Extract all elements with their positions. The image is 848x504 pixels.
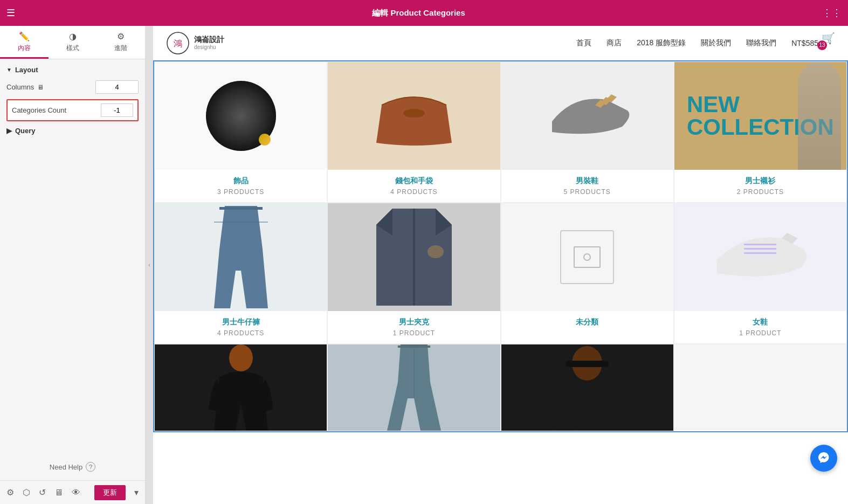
category-info-6: 未分類 (501, 311, 673, 336)
category-item-6[interactable]: 未分類 (501, 203, 674, 344)
category-image-2 (501, 62, 673, 170)
shoe-svg (541, 84, 633, 148)
pencil-icon: ✏️ (19, 31, 30, 42)
category-item-5[interactable]: 男士夾克 1 PRODUCT (327, 203, 500, 344)
category-info-7: 女鞋 1 PRODUCT (674, 311, 846, 343)
cart-amount: NT$585 (791, 39, 818, 47)
store-logo: 鴻 鴻崙設計 designhu (166, 31, 224, 55)
category-grid-row3 (154, 344, 847, 431)
query-section-header[interactable]: ▶ Query (6, 127, 139, 135)
category-image-6 (501, 203, 673, 311)
category-item-1[interactable]: 錢包和手袋 4 PRODUCTS (327, 61, 500, 203)
category-info-5: 男士夾克 1 PRODUCT (328, 311, 500, 343)
svg-point-2 (403, 109, 425, 118)
update-button[interactable]: 更新 (94, 485, 126, 500)
nav-contact[interactable]: 聯絡我們 (746, 38, 776, 48)
monitor-icon: 🖥 (37, 84, 44, 91)
sneaker-svg (712, 227, 809, 287)
page-title: 編輯 Product Categories (22, 8, 816, 18)
left-panel: ✏️ 內容 ◑ 樣式 ⚙ 進階 ▼ Layout Columns (0, 26, 146, 504)
tab-style-label: 樣式 (66, 44, 79, 53)
category-info-2: 男裝鞋 5 PRODUCTS (501, 170, 673, 202)
cart-area[interactable]: NT$585 🛒 13 (791, 32, 835, 54)
category-count-3: 2 PRODUCTS (679, 188, 842, 196)
store-header: 鴻 鴻崙設計 designhu 首頁 商店 2018 服飾型錄 關於我們 聯絡我… (153, 26, 848, 60)
svg-point-4 (428, 245, 444, 258)
nav-shop[interactable]: 商店 (606, 38, 622, 48)
main-wrapper: ✏️ 內容 ◑ 樣式 ⚙ 進階 ▼ Layout Columns (0, 26, 848, 504)
history-icon[interactable]: ↺ (39, 487, 46, 498)
category-count-4: 4 PRODUCTS (159, 329, 322, 337)
grid-icon[interactable]: ⋮⋮ (822, 7, 842, 19)
category-item-9[interactable] (327, 344, 500, 431)
tab-advanced-label: 進階 (114, 44, 127, 53)
category-image-4 (155, 203, 327, 311)
category-count-2: 5 PRODUCTS (506, 188, 669, 196)
woman-svg (203, 344, 279, 431)
category-name-6: 未分類 (506, 317, 669, 327)
category-name-3: 男士襯衫 (679, 176, 842, 186)
style-icon: ◑ (69, 31, 77, 42)
messenger-button[interactable] (810, 445, 837, 472)
layout-section-header[interactable]: ▼ Layout (6, 66, 139, 74)
category-image-7 (674, 203, 846, 311)
category-item-2[interactable]: 男裝鞋 5 PRODUCTS (501, 61, 674, 203)
monitor-bottom-icon[interactable]: 🖥 (54, 488, 63, 498)
category-item-0[interactable]: 飾品 3 PRODUCTS (154, 61, 327, 203)
store-nav: 首頁 商店 2018 服飾型錄 關於我們 聯絡我們 NT$585 🛒 13 (576, 32, 835, 54)
top-bar: ☰ 編輯 Product Categories ⋮⋮ (0, 0, 848, 26)
columns-field-row: Columns 🖥 (6, 80, 139, 94)
nav-catalog[interactable]: 2018 服飾型錄 (637, 38, 686, 48)
tab-style[interactable]: ◑ 樣式 (49, 26, 97, 59)
category-name-5: 男士夾克 (332, 317, 495, 327)
category-image-0 (155, 62, 327, 170)
layout-section-label: Layout (15, 66, 38, 74)
need-help-section: Need Help ? (0, 453, 145, 480)
bracelet-image (206, 81, 276, 151)
bag-svg (371, 84, 457, 148)
svg-rect-7 (744, 252, 776, 254)
tab-content[interactable]: ✏️ 內容 (0, 26, 49, 59)
panel-collapse-handle[interactable]: ‹ (146, 26, 153, 504)
gear-icon: ⚙ (117, 31, 125, 42)
tab-advanced[interactable]: ⚙ 進階 (96, 26, 145, 59)
category-item-8[interactable] (154, 344, 327, 431)
nav-about[interactable]: 關於我們 (701, 38, 731, 48)
category-count-1: 4 PRODUCTS (332, 188, 495, 196)
cart-badge: 13 (817, 40, 827, 50)
svg-text:鴻: 鴻 (174, 39, 182, 48)
help-icon[interactable]: ? (86, 462, 95, 472)
bottom-bar: ⚙ ⬡ ↺ 🖥 👁 更新 ▾ (0, 480, 145, 504)
category-info-4: 男士牛仔褲 4 PRODUCTS (155, 311, 327, 343)
category-item-3[interactable]: NEWCOLLECTION 男士襯衫 2 PRODUCTS (674, 61, 847, 203)
category-item-7[interactable]: 女鞋 1 PRODUCT (674, 203, 847, 344)
category-image-10 (501, 344, 673, 431)
chevron-right-icon: ▶ (6, 127, 12, 135)
category-name-2: 男裝鞋 (506, 176, 669, 186)
layers-icon[interactable]: ⬡ (23, 487, 30, 498)
category-image-5 (328, 203, 500, 311)
category-info-3: 男士襯衫 2 PRODUCTS (674, 170, 846, 202)
jeans2-svg (387, 344, 441, 431)
settings-icon[interactable]: ⚙ (6, 487, 14, 498)
nav-home[interactable]: 首頁 (576, 38, 591, 48)
category-item-10[interactable] (501, 344, 674, 431)
messenger-icon (817, 451, 831, 465)
panel-tabs: ✏️ 內容 ◑ 樣式 ⚙ 進階 (0, 26, 145, 59)
tab-content-label: 內容 (18, 44, 31, 53)
svg-rect-6 (744, 248, 776, 250)
svg-point-8 (229, 344, 253, 371)
category-item-4[interactable]: 男士牛仔褲 4 PRODUCTS (154, 203, 327, 344)
collapse-button[interactable]: ▾ (134, 487, 139, 498)
columns-input[interactable] (95, 80, 139, 94)
category-image-1 (328, 62, 500, 170)
category-image-9 (328, 344, 500, 431)
category-image-8 (155, 344, 327, 431)
eye-icon[interactable]: 👁 (72, 488, 80, 498)
hamburger-icon[interactable]: ☰ (6, 7, 15, 19)
logo-icon: 鴻 (166, 31, 190, 55)
categories-count-input[interactable] (101, 103, 133, 117)
man-svg (549, 344, 625, 431)
category-info-1: 錢包和手袋 4 PRODUCTS (328, 170, 500, 202)
category-name-0: 飾品 (159, 176, 322, 186)
